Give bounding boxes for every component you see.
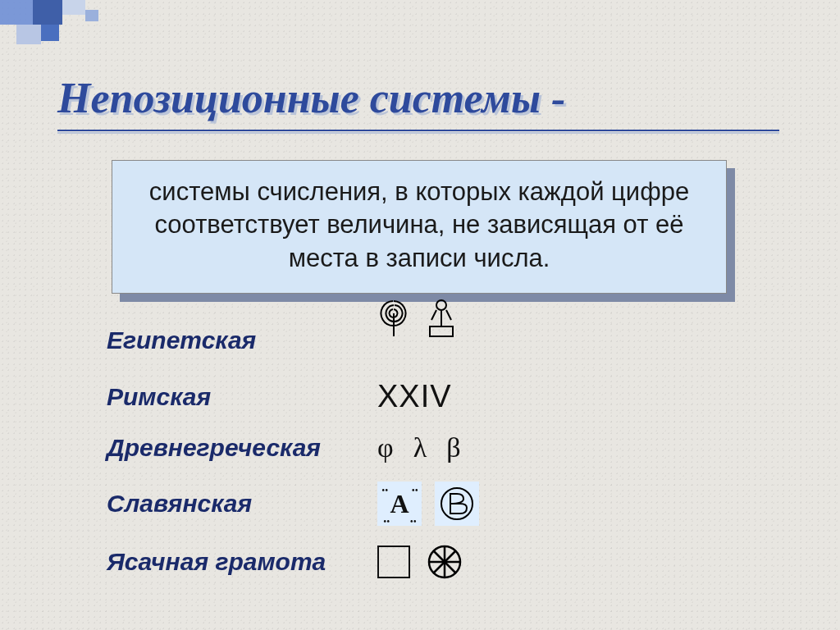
egyptian-symbols: [377, 297, 458, 338]
row-slavic: Славянская А • • • • • • • •: [107, 482, 479, 526]
row-roman: Римская XXIV: [107, 379, 479, 414]
label-greek: Древнегреческая: [107, 434, 377, 462]
row-greek: Древнегреческая φ λ β: [107, 432, 479, 463]
greek-lambda: λ: [413, 432, 427, 463]
svg-rect-0: [430, 326, 453, 336]
svg-point-1: [436, 300, 446, 310]
systems-list: Египетская Римская XXIV Древнегреческая …: [107, 320, 479, 580]
title-underline: [57, 130, 779, 131]
slavic-symbols: А • • • • • • • •: [377, 482, 479, 526]
label-egyptian: Египетская: [107, 326, 377, 354]
roman-symbol: XXIV: [377, 379, 452, 414]
greek-symbols: φ λ β: [377, 432, 460, 463]
wheel-icon: [427, 544, 463, 580]
decorative-squares: [0, 0, 180, 49]
square-icon: [377, 546, 410, 578]
label-roman: Римская: [107, 383, 377, 411]
row-yasak: Ясачная грамота: [107, 544, 479, 580]
definition-text: системы счисления, в которых каждой цифр…: [112, 160, 727, 294]
label-yasak: Ясачная грамота: [107, 548, 377, 576]
slavic-az-icon: А • • • • • • • •: [377, 482, 422, 526]
yasak-symbols: [377, 544, 463, 580]
roman-numeral-text: XXIV: [377, 379, 452, 414]
figure-icon: [425, 297, 458, 338]
spiral-icon: [377, 297, 410, 338]
page-title: Непозиционные системы -: [57, 74, 565, 122]
definition-box: системы счисления, в которых каждой цифр…: [112, 160, 727, 294]
slavic-vedi-icon: [435, 482, 479, 526]
row-egyptian: Египетская: [107, 320, 479, 361]
greek-beta: β: [446, 432, 460, 463]
label-slavic: Славянская: [107, 490, 377, 518]
greek-phi: φ: [377, 432, 394, 463]
